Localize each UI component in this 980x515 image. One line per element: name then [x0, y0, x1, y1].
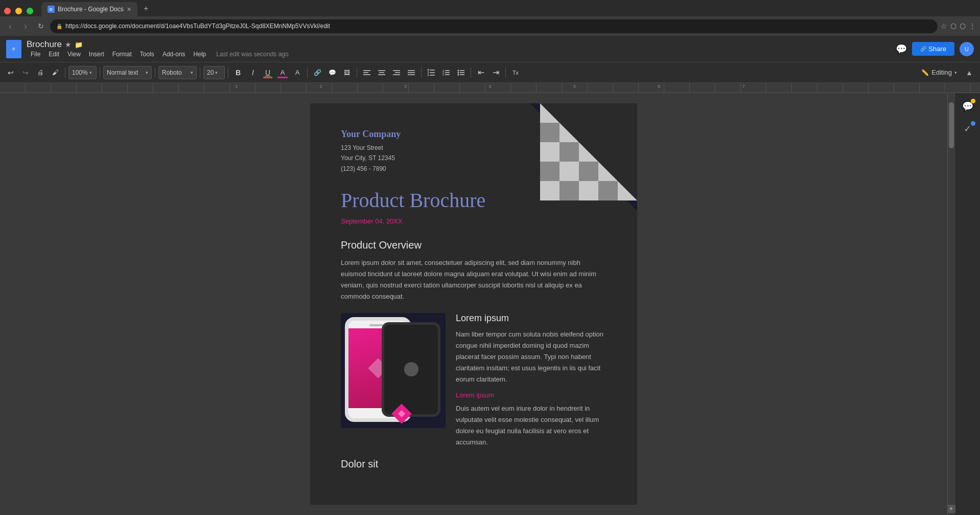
company-address: 123 Your Street Your City, ST 12345 (123…	[341, 143, 606, 174]
company-name[interactable]: Your Company	[341, 129, 606, 140]
italic-button[interactable]: I	[246, 66, 260, 79]
decrease-indent-button[interactable]: ⇤	[474, 66, 487, 79]
address-line3: (123) 456 - 7890	[341, 164, 606, 174]
docs-appbar-right: 💬 🔗 Share U	[896, 42, 974, 56]
browser-menu-icon[interactable]: ⋮	[969, 22, 976, 30]
menu-file[interactable]: File	[27, 50, 44, 58]
docs-appbar: ≡ Brochure ★ 📁 File Edit View Insert For…	[0, 36, 980, 62]
font-size-selector[interactable]: 20 ▾	[203, 66, 225, 79]
maximize-btn[interactable]	[27, 8, 33, 14]
comment-button[interactable]: 💬	[896, 43, 907, 55]
docs-toolbar: ↩ ↪ 🖨 🖌 100% ▾ Normal text ▾ Roboto ▾ 20…	[0, 62, 980, 83]
two-col-section: Lorem ipsum Nam liber tempor cum soluta …	[341, 313, 606, 449]
insert-image-button[interactable]: 🖼	[340, 66, 354, 79]
editing-mode-selector[interactable]: ✏️ Editing ▾	[921, 69, 957, 76]
back-button[interactable]: ‹	[4, 20, 16, 32]
new-tab-button[interactable]: +	[139, 2, 153, 15]
clear-formatting-button[interactable]: Tx	[509, 66, 522, 79]
font-selector[interactable]: Roboto ▾	[158, 66, 197, 79]
zoom-chevron: ▾	[89, 70, 92, 75]
editing-mode-label: Editing	[931, 69, 952, 76]
checkmark-icon: ✓	[964, 123, 971, 135]
highlight-button[interactable]: A	[291, 66, 304, 79]
font-chevron: ▾	[191, 70, 193, 75]
menu-view[interactable]: View	[63, 50, 85, 58]
underline-color-bar	[263, 77, 272, 78]
text-color-button[interactable]: A	[276, 66, 289, 79]
toolbar-divider10	[505, 68, 506, 78]
menu-insert[interactable]: Insert	[85, 50, 108, 58]
forward-button[interactable]: ›	[19, 20, 32, 32]
close-btn[interactable]	[4, 8, 11, 14]
insert-comment-button[interactable]: 💬	[325, 66, 339, 79]
pencil-icon: ✏️	[921, 69, 929, 76]
insert-link-button[interactable]: 🔗	[311, 66, 324, 79]
share-button[interactable]: 🔗 Share	[912, 42, 954, 56]
paint-format-button[interactable]: 🖌	[49, 66, 62, 79]
tab-title: Brochure - Google Docs	[58, 6, 124, 13]
size-chevron: ▾	[215, 70, 218, 75]
bulleted-list-button[interactable]	[454, 66, 468, 79]
extension-icon2[interactable]: ⬡	[960, 22, 966, 30]
svg-text:3.: 3.	[442, 73, 445, 76]
paragraph-style-selector[interactable]: Normal text ▾	[103, 66, 152, 79]
address-line1: 123 Your Street	[341, 143, 606, 153]
user-avatar[interactable]: U	[960, 42, 974, 56]
section1-body: Lorem ipsum dolor sit amet, consectetuer…	[341, 257, 606, 302]
bookmark-icon[interactable]: ☆	[941, 22, 947, 30]
svg-point-21	[458, 70, 459, 71]
ruler: 1234567	[0, 83, 980, 93]
scroll-thumb[interactable]	[949, 102, 954, 148]
increase-indent-button[interactable]: ⇥	[489, 66, 502, 79]
toolbar-divider9	[471, 68, 471, 78]
minimize-btn[interactable]	[15, 8, 22, 14]
right-text-col: Lorem ipsum Nam liber tempor cum soluta …	[456, 313, 606, 449]
suggestions-panel-button[interactable]: ✓	[959, 120, 977, 138]
align-left-button[interactable]	[360, 66, 374, 79]
redo-button[interactable]: ↪	[19, 66, 32, 79]
numbered-list-button[interactable]: 1.2.3.	[439, 66, 453, 79]
doc-title-text[interactable]: Brochure	[27, 39, 62, 50]
svg-point-25	[458, 74, 459, 75]
zoom-selector[interactable]: 100% ▾	[68, 66, 97, 79]
lorem-body: Nam liber tempor cum soluta nobis eleife…	[456, 329, 606, 385]
doc-scroll-area[interactable]: Your Company 123 Your Street Your City, …	[0, 93, 947, 515]
folder-icon[interactable]: 📁	[75, 41, 83, 49]
menu-tools[interactable]: Tools	[136, 50, 158, 58]
address-bar[interactable]: 🔒 https://docs.google.com/document/d/1oa…	[50, 19, 938, 33]
lorem-link-text[interactable]: Lorem ipsum	[456, 391, 606, 399]
ruler-numbers: 1234567	[0, 84, 980, 89]
menu-addons[interactable]: Add-ons	[158, 50, 190, 58]
comments-panel-button[interactable]: 💬	[959, 97, 977, 116]
address-line2: Your City, ST 12345	[341, 153, 606, 163]
bold-button[interactable]: B	[231, 66, 245, 79]
scroll-bottom-controls: +	[948, 505, 954, 513]
docs-menu-bar: File Edit View Insert Format Tools Add-o…	[27, 50, 891, 58]
document-date: September 04, 20XX	[341, 217, 606, 225]
star-icon[interactable]: ★	[65, 40, 72, 49]
yellow-badge	[971, 99, 975, 103]
line-spacing-button[interactable]	[425, 66, 438, 79]
print-button[interactable]: 🖨	[34, 66, 47, 79]
active-tab[interactable]: D Brochure - Google Docs ✕	[41, 2, 137, 16]
underline-button[interactable]: U	[261, 66, 274, 79]
docs-app-icon: ≡	[6, 40, 21, 58]
align-center-button[interactable]	[375, 66, 388, 79]
browser-toolbar: ‹ › ↻ 🔒 https://docs.google.com/document…	[0, 16, 980, 36]
toolbar-divider8	[421, 68, 422, 78]
browser-chrome: D Brochure - Google Docs ✕ + ‹ › ↻ 🔒 htt…	[0, 0, 980, 36]
menu-format[interactable]: Format	[108, 50, 136, 58]
scrollbar[interactable]: +	[947, 93, 954, 515]
toolbar-divider7	[357, 68, 357, 78]
align-right-button[interactable]	[390, 66, 403, 79]
undo-button[interactable]: ↩	[4, 66, 17, 79]
collapse-toolbar-button[interactable]: ▲	[963, 66, 976, 79]
toolbar-divider4	[200, 68, 200, 78]
extension-icon1[interactable]: ⬡	[950, 22, 956, 30]
menu-help[interactable]: Help	[190, 50, 211, 58]
justify-button[interactable]	[405, 66, 418, 79]
menu-edit[interactable]: Edit	[44, 50, 63, 58]
zoom-in-button[interactable]: +	[947, 505, 955, 513]
reload-button[interactable]: ↻	[35, 20, 47, 32]
tab-close-icon[interactable]: ✕	[127, 6, 131, 13]
